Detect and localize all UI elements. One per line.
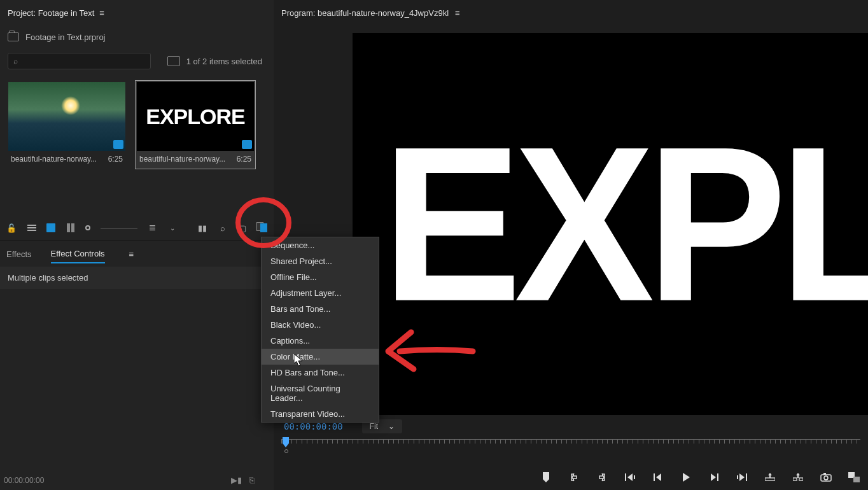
clip-item[interactable]: beautiful-nature-norway... 6:25 — [6, 80, 127, 169]
svg-rect-6 — [765, 478, 775, 480]
lift-icon[interactable] — [764, 471, 776, 484]
tab-effects[interactable]: Effects — [6, 246, 32, 263]
export-frame-icon[interactable] — [820, 471, 832, 484]
sequence-badge-icon — [242, 140, 252, 149]
extract-icon[interactable] — [792, 471, 804, 484]
playhead-icon[interactable] — [283, 437, 289, 447]
search-icon: ⌕ — [13, 57, 18, 66]
sequence-badge-icon — [113, 140, 123, 149]
selection-status: 1 of 2 items selected — [186, 57, 262, 66]
svg-rect-7 — [793, 478, 797, 480]
svg-rect-1 — [634, 475, 635, 479]
project-file-row[interactable]: Footage in Text.prproj — [0, 25, 274, 48]
clip-thumbnail: EXPLORE — [137, 82, 254, 151]
new-bin-button-icon[interactable]: ▢ — [237, 223, 247, 233]
hamburger-icon[interactable]: ≡ — [129, 249, 134, 259]
go-to-out-icon[interactable] — [736, 471, 748, 484]
monitor-text: EXPLORE — [382, 114, 868, 335]
chevron-down-icon[interactable]: ⌄ — [167, 223, 177, 233]
chevron-down-icon: ⌄ — [388, 422, 395, 431]
clip-thumbnail — [8, 82, 125, 151]
mark-out-icon[interactable] — [596, 471, 608, 484]
project-panel-header: Project: Footage in Text ≡ — [0, 0, 274, 25]
new-bin-icon[interactable] — [167, 56, 180, 66]
menu-item-universal-counting-leader[interactable]: Universal Counting Leader... — [262, 381, 379, 406]
hamburger-icon[interactable]: ≡ — [455, 8, 460, 18]
svg-rect-2 — [654, 473, 655, 481]
menu-item-color-matte[interactable]: Color Matte... — [262, 349, 379, 365]
thumb-text: EXPLORE — [146, 104, 244, 129]
new-item-icon[interactable] — [258, 223, 267, 232]
export-icon[interactable]: ⎘ — [249, 475, 255, 485]
list-view-icon[interactable] — [27, 223, 36, 233]
project-toolbar: 🔓 ⌄ ▮▮ ⌕ ▢ — [0, 215, 274, 241]
menu-item-transparent-video[interactable]: Transparent Video... — [262, 406, 379, 422]
menu-item-black-video[interactable]: Black Video... — [262, 317, 379, 333]
clip-item[interactable]: EXPLORE beautiful-nature-norway... 6:25 — [135, 80, 256, 169]
svg-rect-8 — [799, 478, 803, 480]
automate-to-sequence-icon[interactable]: ▮▮ — [197, 223, 207, 233]
folder-icon — [8, 32, 19, 41]
clip-label-row: beautiful-nature-norway... 6:25 — [8, 151, 125, 167]
svg-point-10 — [824, 476, 828, 480]
transport-controls — [540, 471, 860, 484]
new-item-context-menu: Sequence... Shared Project... Offline Fi… — [261, 237, 379, 423]
svg-rect-4 — [737, 475, 738, 479]
find-icon[interactable]: ⌕ — [218, 223, 227, 233]
clip-duration: 6:25 — [108, 155, 123, 164]
step-forward-icon[interactable] — [708, 471, 720, 484]
program-timecode[interactable]: 00:00:00:00 — [284, 421, 343, 431]
add-marker-icon[interactable] — [540, 471, 552, 484]
go-to-in-icon[interactable] — [624, 471, 636, 484]
menu-item-sequence[interactable]: Sequence... — [262, 237, 379, 253]
tab-effect-controls[interactable]: Effect Controls — [51, 245, 105, 263]
icon-view-icon[interactable] — [46, 223, 55, 232]
program-title: Program: beautiful-nature-norway_4JwpVz9… — [281, 8, 449, 18]
comparison-view-icon[interactable] — [848, 471, 860, 484]
svg-rect-5 — [746, 473, 747, 481]
freeform-view-icon[interactable] — [66, 223, 75, 233]
play-icon[interactable]: ▶▮ — [231, 475, 242, 485]
clips-area: beautiful-nature-norway... 6:25 EXPLORE … — [0, 74, 274, 176]
clip-name: beautiful-nature-norway... — [11, 155, 97, 164]
menu-item-bars-and-tone[interactable]: Bars and Tone... — [262, 301, 379, 317]
hamburger-icon[interactable]: ≡ — [99, 8, 104, 18]
step-back-icon[interactable] — [652, 471, 664, 484]
menu-item-shared-project[interactable]: Shared Project... — [262, 253, 379, 269]
clip-name: beautiful-nature-norway... — [139, 155, 225, 164]
effects-bottom-icons: ▶▮ ⎘ — [231, 475, 255, 485]
svg-rect-0 — [625, 473, 626, 481]
ruler-marker-icon — [284, 449, 288, 453]
effects-tabs: Effects Effect Controls ≡ — [0, 241, 274, 267]
mark-in-icon[interactable] — [568, 471, 580, 484]
sort-icon[interactable] — [148, 223, 157, 233]
clips-selected-row: Multiple clips selected — [0, 267, 274, 289]
project-file-name: Footage in Text.prproj — [25, 32, 106, 42]
effects-panel: Effects Effect Controls ≡ Multiple clips… — [0, 241, 274, 490]
clip-label-row: beautiful-nature-norway... 6:25 — [137, 151, 254, 167]
effects-timecode: 00:00:00:00 — [4, 476, 44, 485]
menu-item-offline-file[interactable]: Offline File... — [262, 269, 379, 285]
search-input[interactable]: ⌕ — [8, 53, 151, 69]
play-icon[interactable] — [680, 471, 692, 484]
ruler-track[interactable] — [281, 439, 860, 447]
project-title: Project: Footage in Text — [8, 8, 94, 18]
fit-label: Fit — [370, 422, 378, 431]
project-panel: Project: Footage in Text ≡ Footage in Te… — [0, 0, 274, 241]
program-monitor[interactable]: EXPLORE — [353, 33, 868, 415]
svg-rect-11 — [823, 473, 826, 475]
svg-rect-13 — [853, 477, 860, 482]
program-header: Program: beautiful-nature-norway_4JwpVz9… — [274, 0, 868, 25]
program-timeline-ruler[interactable] — [281, 439, 860, 458]
zoom-slider-handle[interactable] — [85, 225, 90, 230]
search-row: ⌕ 1 of 2 items selected — [0, 48, 274, 74]
menu-item-adjustment-layer[interactable]: Adjustment Layer... — [262, 285, 379, 301]
menu-item-captions[interactable]: Captions... — [262, 333, 379, 349]
lock-icon[interactable]: 🔓 — [6, 223, 17, 233]
clip-duration: 6:25 — [237, 155, 251, 164]
zoom-slider-track[interactable] — [101, 228, 137, 228]
clips-selected-label: Multiple clips selected — [8, 273, 88, 283]
menu-item-hd-bars-and-tone[interactable]: HD Bars and Tone... — [262, 365, 379, 381]
svg-rect-3 — [717, 473, 718, 481]
